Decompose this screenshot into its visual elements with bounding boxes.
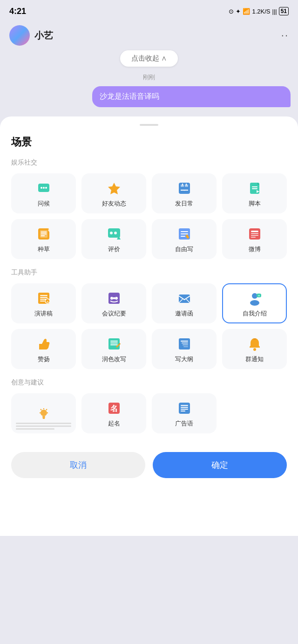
svg-rect-28 (181, 231, 188, 232)
slogan-label: 广告语 (175, 419, 193, 428)
praise-icon (36, 336, 51, 351)
section-tools: 工具助手 ≡ 演讲稿 (11, 268, 287, 369)
item-invite[interactable]: 邀请函 (152, 283, 217, 323)
item-notify[interactable]: 群通知 (222, 329, 287, 369)
signal-icon: 📶 (243, 8, 250, 15)
status-bar: 4:21 ⊙ ✦ 📶 1.2K/S ||| 51 (0, 0, 298, 21)
item-minutes[interactable]: 会议纪要 (81, 283, 146, 323)
creative-grid: 名 起名 广告语 (11, 393, 287, 433)
review-label: 评价 (108, 245, 120, 253)
svg-text:≡: ≡ (257, 294, 259, 297)
svg-point-67 (41, 410, 47, 416)
review-icon (107, 226, 122, 241)
item-speech[interactable]: ≡ 演讲稿 (11, 283, 76, 323)
svg-point-53 (250, 300, 259, 306)
entertainment-grid: 问候 好友动态 + 发日常 (11, 173, 287, 259)
svg-point-3 (45, 187, 47, 189)
svg-rect-66 (253, 338, 256, 340)
svg-rect-38 (40, 295, 47, 296)
battery-indicator: 51 (279, 7, 289, 15)
svg-rect-41 (40, 301, 45, 301)
grass-icon (36, 226, 51, 241)
item-idea[interactable] (11, 393, 76, 433)
svg-rect-79 (181, 411, 185, 411)
svg-point-25 (114, 232, 117, 234)
weibo-label: 微博 (249, 245, 261, 253)
item-outline[interactable]: 写大纲 (152, 329, 217, 369)
svg-point-65 (253, 348, 256, 351)
svg-rect-30 (181, 236, 185, 237)
item-freewrite[interactable]: 自由写 (152, 219, 217, 259)
item-script[interactable]: 脚本 (222, 173, 287, 213)
grass-label: 种草 (38, 245, 50, 253)
chat-area: 点击收起 ∧ 刚刚 沙龙是法语音译吗 (0, 50, 298, 116)
naming-label: 起名 (108, 419, 120, 428)
greeting-icon (36, 181, 51, 196)
item-polish[interactable]: 润色改写 (81, 329, 146, 369)
item-naming[interactable]: 名 起名 (81, 393, 146, 433)
cancel-button[interactable]: 取消 (11, 452, 145, 478)
notify-label: 群通知 (245, 355, 264, 363)
bottom-sheet: 场景 娱乐社交 问候 好友动态 (0, 116, 298, 536)
script-label: 脚本 (249, 199, 261, 208)
app-title: 小艺 (34, 29, 53, 42)
item-weibo[interactable]: 微博 (222, 219, 287, 259)
svg-rect-78 (181, 409, 188, 410)
svg-rect-57 (110, 341, 118, 342)
minutes-label: 会议纪要 (102, 309, 126, 318)
script-icon (247, 181, 262, 196)
svg-rect-5 (179, 183, 190, 194)
speech-label: 演讲稿 (34, 309, 53, 318)
menu-button[interactable]: ·· (281, 29, 289, 41)
svg-rect-39 (40, 297, 47, 298)
notify-icon (247, 336, 262, 351)
item-friends[interactable]: 好友动态 (81, 173, 146, 213)
freewrite-icon (177, 226, 192, 241)
invite-label: 邀请函 (175, 309, 193, 318)
outline-icon (177, 336, 192, 351)
svg-rect-60 (179, 338, 190, 349)
section-label-entertainment: 娱乐社交 (11, 158, 287, 167)
item-grass[interactable]: 种草 (11, 219, 76, 259)
friends-label: 好友动态 (102, 199, 126, 208)
sheet-handle (140, 124, 158, 126)
empty-cell (222, 393, 287, 433)
circle-icon: ⊙ (229, 8, 234, 15)
section-label-creative: 创意与建议 (11, 378, 287, 387)
svg-rect-77 (181, 407, 188, 408)
confirm-button[interactable]: 确定 (153, 452, 287, 478)
speech-icon: ≡ (36, 291, 51, 306)
svg-point-1 (41, 187, 42, 189)
svg-point-46 (115, 297, 118, 300)
praise-label: 赞扬 (38, 355, 50, 363)
slogan-icon (177, 401, 192, 416)
svg-rect-36 (251, 237, 256, 238)
svg-rect-15 (252, 188, 257, 189)
status-time: 4:21 (9, 7, 26, 16)
svg-point-24 (110, 232, 113, 234)
item-praise[interactable]: 赞扬 (11, 329, 76, 369)
svg-rect-47 (113, 297, 115, 299)
app-header: 小艺 ·· (0, 21, 298, 50)
naming-icon: 名 (107, 401, 122, 416)
daily-icon: + (177, 181, 192, 196)
item-greeting[interactable]: 问候 (11, 173, 76, 213)
bottom-buttons: 取消 确定 (11, 443, 287, 483)
idea-lines (12, 420, 75, 432)
item-selfintro[interactable]: ≡ 自我介绍 (222, 283, 287, 323)
friends-icon (107, 181, 122, 196)
polish-label: 润色改写 (102, 355, 126, 363)
user-message: 沙龙是法语音译吗 (92, 86, 291, 107)
minutes-icon (107, 291, 122, 306)
svg-rect-35 (251, 235, 258, 236)
item-review[interactable]: 评价 (81, 219, 146, 259)
item-slogan[interactable]: 广告语 (152, 393, 217, 433)
section-label-tools: 工具助手 (11, 268, 287, 277)
daily-label: 发日常 (175, 199, 193, 208)
collapse-button[interactable]: 点击收起 ∧ (120, 50, 178, 67)
svg-rect-58 (110, 343, 118, 343)
outline-label: 写大纲 (175, 355, 193, 363)
item-daily[interactable]: + 发日常 (152, 173, 217, 213)
time-label: 刚刚 (7, 73, 291, 82)
tools-grid: ≡ 演讲稿 会议纪要 (11, 283, 287, 369)
